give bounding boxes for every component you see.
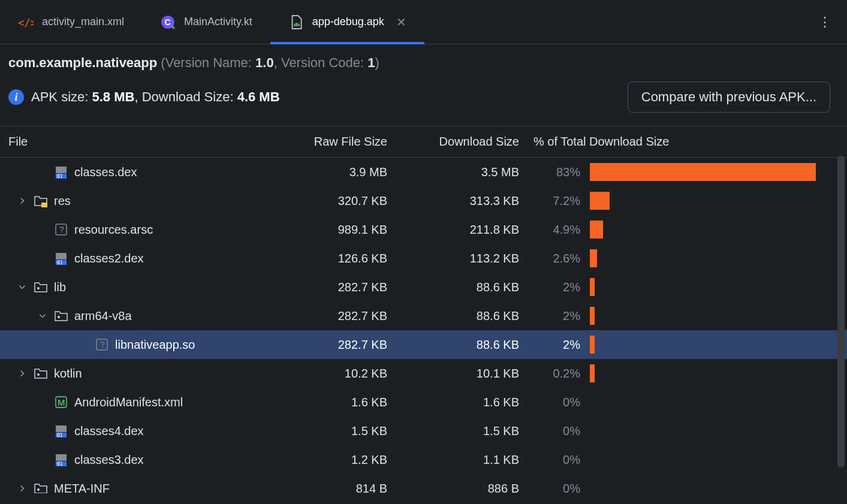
pct-cell: 2% [528,309,587,323]
editor-tabs: </> activity_main.xml C MainActivity.kt … [0,0,847,44]
folder-d-icon [34,481,48,493]
pct-cell: 2% [528,338,587,352]
download-size-cell: 88.6 KB [396,280,528,294]
svg-point-27 [37,488,40,491]
kotlin-class-icon: C [160,14,176,30]
table-row[interactable]: MAndroidManifest.xml1.6 KB1.6 KB0% [0,388,847,417]
table-row[interactable]: 01classes2.dex126.6 KB113.2 KB2.6% [0,244,847,273]
raw-size-cell: 282.7 KB [276,280,396,294]
table-row[interactable]: ?resources.arsc989.1 KB211.8 KB4.9% [0,215,847,244]
table-row[interactable]: ?libnativeapp.so282.7 KB88.6 KB2% [0,330,847,359]
pct-cell: 4.9% [528,223,587,237]
svg-text:01: 01 [57,461,63,467]
version-name-label: Version Name: [165,55,252,70]
table-row[interactable]: lib282.7 KB88.6 KB2% [0,273,847,301]
percentage-bar [590,192,610,210]
file-cell: META-INF [0,481,276,493]
file-name: arm64-v8a [74,309,132,323]
percentage-bar [590,221,603,239]
column-file[interactable]: File [0,135,276,149]
percentage-bar [590,249,597,267]
pct-cell: 7.2% [528,194,587,208]
raw-size-cell: 3.9 MB [276,165,396,179]
version-code-value: 1 [367,55,375,70]
svg-rect-11 [56,253,67,259]
scrollbar-thumb[interactable] [837,156,845,467]
table-row[interactable]: kotlin10.2 KB10.1 KB0.2% [0,359,847,388]
package-meta: (Version Name: 1.0, Version Code: 1) [161,55,379,70]
svg-text:C: C [165,17,171,27]
dex-icon: 01 [54,165,68,179]
tab-app-debug-apk[interactable]: app-debug.apk ✕ [270,0,424,44]
manifest-icon: M [54,395,68,409]
file-rows[interactable]: 01classes.dex3.9 MB3.5 MB83%res320.7 KB3… [0,158,847,493]
table-row[interactable]: 01classes4.dex1.5 KB1.5 KB0% [0,417,847,445]
percentage-bar [590,336,595,354]
file-name: classes2.dex [74,252,144,265]
svg-text:M: M [58,397,65,408]
pct-cell: 2% [528,280,587,294]
table-row[interactable]: arm64-v8a282.7 KB88.6 KB2% [0,301,847,330]
chevron-down-icon[interactable] [17,283,28,291]
column-download-size[interactable]: Download Size [396,135,528,149]
table-row[interactable]: META-INF814 B886 B0% [0,474,847,493]
column-raw-size[interactable]: Raw File Size [276,135,396,149]
svg-text:01: 01 [57,260,63,265]
bar-cell [587,451,834,469]
svg-text:?: ? [100,340,105,349]
bar-cell [587,422,834,440]
dex-icon: 01 [54,251,68,265]
close-icon[interactable]: ✕ [396,15,406,29]
file-name: resources.arsc [74,223,153,237]
svg-text:?: ? [59,225,64,234]
tab-main-activity[interactable]: C MainActivity.kt [142,0,270,44]
tab-label: app-debug.apk [312,16,384,28]
chevron-right-icon[interactable] [17,197,28,205]
file-cell: 01classes2.dex [0,251,276,265]
file-cell: ?libnativeapp.so [0,337,276,352]
chevron-down-icon[interactable] [37,312,48,320]
dex-icon: 01 [54,424,68,438]
download-size-cell: 88.6 KB [396,338,528,352]
raw-size-cell: 282.7 KB [276,309,396,323]
tab-activity-main[interactable]: </> activity_main.xml [0,0,142,44]
download-size-cell: 313.3 KB [396,194,528,208]
apk-size-text: APK size: 5.8 MB, Download Size: 4.6 MB [31,89,280,105]
bar-cell [587,336,834,354]
bar-cell [587,163,834,181]
svg-rect-8 [41,203,47,207]
compare-apk-button[interactable]: Compare with previous APK... [628,82,830,113]
table-row[interactable]: 01classes.dex3.9 MB3.5 MB83% [0,158,847,186]
file-cell: arm64-v8a [0,309,276,323]
version-name-value: 1.0 [255,55,274,70]
package-info: com.example.nativeapp (Version Name: 1.0… [0,44,847,77]
download-size-cell: 1.6 KB [396,396,528,409]
apk-file-icon [288,14,304,30]
percentage-bar [590,163,816,181]
table-row[interactable]: res320.7 KB313.3 KB7.2% [0,186,847,215]
file-cell: res [0,194,276,208]
bar-cell [587,479,834,493]
folder-d-icon [34,280,48,294]
file-cell: 01classes3.dex [0,452,276,467]
folder-d-icon [54,309,68,323]
chevron-right-icon[interactable] [17,484,28,493]
download-size-cell: 886 B [396,482,528,494]
download-size-cell: 1.1 KB [396,453,528,467]
raw-size-cell: 814 B [276,482,396,494]
overflow-menu-icon[interactable]: ⋮ [804,14,847,30]
tab-label: activity_main.xml [42,16,124,28]
table-row[interactable]: 01classes3.dex1.2 KB1.1 KB0% [0,445,847,474]
tab-label: MainActivity.kt [184,16,252,28]
raw-size-cell: 126.6 KB [276,252,396,265]
file-cell: ?resources.arsc [0,222,276,237]
chevron-right-icon[interactable] [17,369,28,378]
svg-rect-24 [56,454,67,461]
download-size-cell: 113.2 KB [396,252,528,265]
bar-cell [587,364,834,382]
file-name: AndroidManifest.xml [74,396,183,409]
file-cell: lib [0,280,276,294]
file-name: classes4.dex [74,424,144,438]
column-pct-download[interactable]: % of Total Download Size [528,135,834,149]
bar-cell [587,278,834,296]
